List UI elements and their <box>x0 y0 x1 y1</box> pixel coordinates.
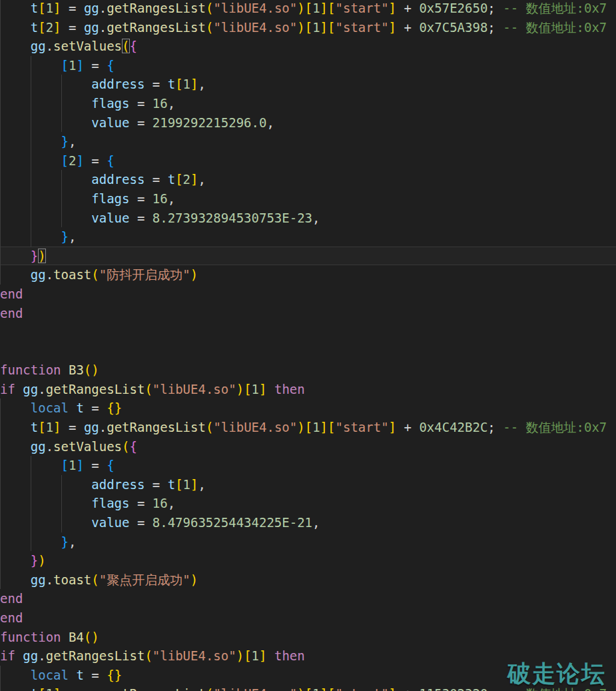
token-g: ] <box>190 172 198 187</box>
token-n: 2199292215296.0 <box>153 115 267 130</box>
token-g: ( <box>206 686 213 691</box>
token-v: address <box>91 172 145 187</box>
token-p: = <box>129 96 152 111</box>
token-u: [ <box>61 58 69 73</box>
token-g: [ <box>244 382 251 396</box>
token-p: = <box>145 77 167 91</box>
token-s: "libUE4.so" <box>213 20 297 35</box>
indent-guide <box>0 494 1 513</box>
indent-guide <box>0 189 1 209</box>
token-g: ) <box>236 382 244 396</box>
code-line: address = t[1], <box>0 75 616 94</box>
token-p: = <box>129 515 152 530</box>
code-text: gg.setValues({ <box>0 437 137 456</box>
forum-watermark: 破走论坛 <box>507 664 606 684</box>
token-p: = <box>61 1 84 15</box>
token-n: 8.479635254434225E-21 <box>153 515 312 530</box>
token-m: { <box>130 39 137 53</box>
code-text: value = 8.479635254434225E-21, <box>0 513 320 532</box>
token-g: ) <box>190 267 198 282</box>
token-s: "libUE4.so" <box>213 1 297 15</box>
token-p: . <box>99 1 107 15</box>
token-f: getRangesList <box>107 686 206 691</box>
token-n: 1 <box>183 477 190 492</box>
indent-guide <box>0 151 1 171</box>
token-p <box>69 400 76 415</box>
token-n: 1 <box>312 686 320 691</box>
token-v: t <box>76 668 83 682</box>
code-line: value = 2199292215296.0, <box>0 113 616 133</box>
code-line: [2] = { <box>0 151 616 171</box>
code-text: local t = {} <box>0 398 122 418</box>
token-v: gg <box>31 572 46 587</box>
token-k: function <box>0 630 61 644</box>
token-m: { <box>130 439 137 454</box>
token-g: ( <box>91 267 99 282</box>
token-v: gg <box>23 648 38 663</box>
token-p: . <box>99 686 107 691</box>
token-g: ) <box>190 572 198 587</box>
token-n: 2 <box>183 172 190 187</box>
token-p: . <box>38 382 45 396</box>
token-g: ) <box>91 630 99 644</box>
code-line: local t = {} <box>0 398 616 418</box>
token-g: ( <box>145 648 152 663</box>
token-g: ] <box>53 686 61 691</box>
indent-guide <box>0 551 1 570</box>
token-g: [ <box>305 20 312 35</box>
code-text: local t = {} <box>0 666 122 685</box>
code-text: function B4() <box>0 628 99 647</box>
token-g: [ <box>175 477 182 492</box>
token-v: flags <box>91 191 129 206</box>
token-g: ) <box>91 362 99 377</box>
token-v: address <box>91 77 145 91</box>
code-line: gg.setValues({ <box>0 37 616 56</box>
token-p: = <box>145 477 167 492</box>
indent-guide <box>0 398 1 418</box>
token-p: = <box>129 211 152 225</box>
code-text: if gg.getRangesList("libUE4.so")[1] then <box>0 380 305 399</box>
indent-guide <box>31 56 31 75</box>
token-n: 1 <box>183 77 190 91</box>
token-u: { <box>107 153 114 168</box>
code-line: }, <box>0 132 616 151</box>
token-p: = <box>145 172 167 187</box>
indent-guide <box>0 170 1 189</box>
token-p: . <box>46 267 53 282</box>
token-f: setValues <box>53 439 122 454</box>
code-text: [1] = { <box>0 456 115 475</box>
token-g: [ <box>328 420 335 434</box>
code-text: flags = 16, <box>0 189 175 209</box>
code-text: }, <box>0 227 76 247</box>
token-g: ] <box>389 1 396 15</box>
token-s: "libUE4.so" <box>213 686 297 691</box>
token-v: gg <box>23 382 38 396</box>
indent-guide <box>31 132 31 151</box>
indent-guide <box>31 170 31 189</box>
code-line: }, <box>0 227 616 247</box>
token-k: end <box>0 591 23 606</box>
indent-guide <box>61 75 62 94</box>
token-g: [ <box>38 686 45 691</box>
token-u: } <box>61 534 69 549</box>
code-line: gg.setValues({ <box>0 437 616 456</box>
token-g: ] <box>320 420 328 434</box>
token-g: } <box>115 400 122 415</box>
token-g: ) <box>297 1 304 15</box>
code-line: value = 8.479635254434225E-21, <box>0 513 616 532</box>
token-p: . <box>46 572 53 587</box>
token-p: + <box>396 20 419 35</box>
token-p: + <box>396 420 419 434</box>
token-n: 8.273932894530753E-23 <box>153 211 312 225</box>
token-p: , <box>266 115 274 130</box>
token-k: end <box>0 287 23 301</box>
token-k: then <box>274 382 305 396</box>
token-f: getRangesList <box>46 648 145 663</box>
token-p: ; <box>487 686 503 691</box>
code-text: flags = 16, <box>0 494 175 513</box>
token-f: setValues <box>53 39 122 53</box>
code-line: function B4() <box>0 628 616 647</box>
token-u: [ <box>61 458 69 472</box>
token-p <box>61 630 69 644</box>
code-editor-pane[interactable]: t[1] = gg.getRangesList("libUE4.so")[1][… <box>0 0 616 691</box>
